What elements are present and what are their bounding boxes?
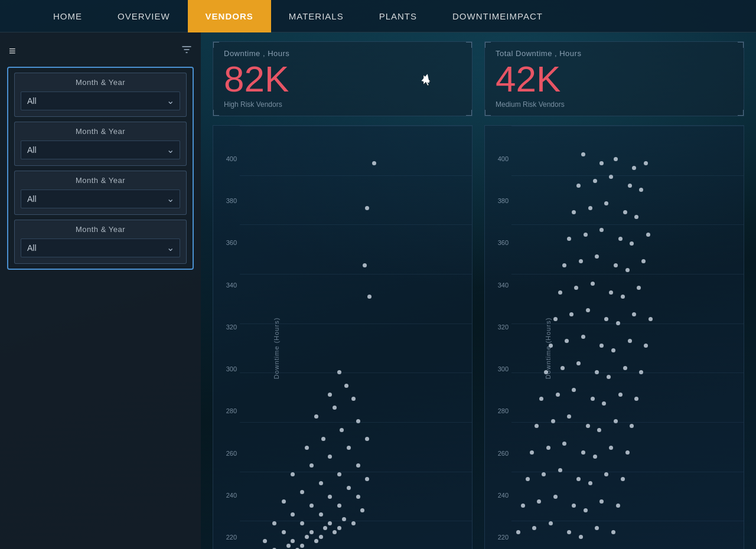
hamburger-icon[interactable]: ≡ (9, 44, 16, 58)
filter-label-1: Month & Year (21, 78, 180, 87)
filter-container: Month & Year All Jan 2023 Feb 2023 Mar 2… (7, 67, 194, 270)
filter-label-2: Month & Year (21, 127, 180, 136)
scatter-dot (599, 161, 604, 165)
scatter-dot (588, 206, 592, 210)
y-tick: 240 (226, 492, 237, 499)
nav-item-materials[interactable]: Materials (271, 0, 361, 32)
scatter-dot (609, 446, 613, 450)
select-wrapper-3: All Jan 2023 Feb 2023 Mar 2023 (21, 189, 180, 208)
y-tick: 260 (498, 450, 509, 457)
scatter-dot (365, 477, 369, 481)
scatter-dot (618, 237, 623, 241)
scatter-dot (337, 526, 341, 530)
nav-item-plants[interactable]: Plants (361, 0, 435, 32)
scatter-dot (333, 406, 337, 410)
y-axis-left: 400380360340320300280260240220 (213, 126, 240, 549)
scatter-dot (593, 455, 597, 459)
scatter-dot (542, 472, 546, 476)
kpi-sublabel-2: Medium Risk Vendors (496, 100, 733, 109)
scatter-dot (562, 442, 566, 446)
scatter-dot (609, 290, 613, 295)
y-axis-label-right: Downtime (Hours) (545, 317, 552, 379)
filter-select-1[interactable]: All Jan 2023 Feb 2023 Mar 2023 (21, 92, 180, 110)
scatter-dot (347, 486, 351, 490)
kpi-row: Downtime , Hours 82K High Risk Vendors T… (201, 32, 756, 125)
scatter-dot (367, 295, 372, 299)
scatter-dot (556, 393, 560, 397)
nav-item-vendors[interactable]: Vendors (188, 0, 271, 32)
scatter-dot (637, 286, 641, 290)
chart-right: 400380360340320300280260240220 Downtime … (484, 125, 744, 549)
corner-tr-2 (738, 42, 744, 48)
filter-select-2[interactable]: All Jan 2023 Feb 2023 Mar 2023 (21, 140, 180, 159)
filter-group-3: Month & Year All Jan 2023 Feb 2023 Mar 2… (14, 171, 187, 215)
scatter-dot (599, 228, 604, 232)
filter-select-3[interactable]: All Jan 2023 Feb 2023 Mar 2023 (21, 189, 180, 208)
kpi-value-2: 42K (496, 61, 733, 97)
corner-br (466, 110, 472, 116)
scatter-dot (632, 166, 636, 170)
y-tick: 400 (226, 155, 237, 162)
scatter-dot (630, 241, 634, 246)
scatter-dot (646, 233, 650, 237)
scatter-dot (611, 348, 615, 352)
scatter-dot (282, 530, 286, 534)
sidebar-panel: ≡ Month & Year All Jan 2023 Feb 2023 Mar… (0, 32, 201, 549)
nav-item-home[interactable]: Home (35, 0, 100, 32)
corner-bl (213, 110, 219, 116)
scatter-dot (569, 312, 573, 316)
grid-line (511, 472, 744, 472)
scatter-dot (616, 504, 620, 508)
scatter-dot (644, 344, 648, 348)
kpi-card-1: Downtime , Hours 82K High Risk Vendors (213, 41, 472, 116)
scatter-dot (291, 472, 295, 476)
grid-line (240, 126, 472, 126)
grid-line (240, 422, 472, 423)
scatter-dot (604, 317, 608, 321)
scatter-dot (337, 504, 341, 508)
kpi-card-2: Total Downtime , Hours 42K Medium Risk V… (484, 41, 744, 116)
scatter-dot (282, 499, 286, 504)
scatter-dot (360, 508, 364, 512)
scatter-dot (286, 544, 291, 548)
scatter-dot (305, 446, 309, 450)
scatter-dot (328, 495, 332, 499)
scatter-dot (579, 259, 583, 263)
kpi-label-1: Downtime , Hours (224, 49, 461, 58)
scatter-dot (263, 539, 267, 543)
scatter-dot (333, 530, 337, 534)
filter-select-4[interactable]: All Jan 2023 Feb 2023 Mar 2023 (21, 238, 180, 257)
scatter-dot (641, 259, 646, 263)
scatter-dot (572, 388, 576, 392)
scatter-dot (328, 393, 332, 397)
y-axis-right: 400380360340320300280260240220 (485, 126, 511, 549)
y-tick: 300 (498, 365, 509, 372)
scatter-dot (309, 463, 314, 468)
scatter-dot (309, 504, 314, 508)
scatter-dot (644, 161, 648, 165)
filter-icon[interactable] (181, 44, 192, 58)
grid-line (240, 224, 472, 225)
scatter-dot (546, 446, 550, 450)
scatter-dot (291, 539, 295, 543)
scatter-dot (549, 521, 553, 525)
scatter-dot (576, 184, 581, 188)
nav-item-downtime[interactable]: DowntimeImpact (435, 0, 561, 32)
scatter-dot (567, 414, 571, 419)
scatter-dot (530, 450, 534, 455)
scatter-dot (599, 499, 604, 504)
scatter-dot (272, 521, 276, 525)
y-tick: 340 (226, 282, 237, 289)
scatter-dot (604, 472, 608, 476)
scatter-dot (347, 446, 351, 450)
scatter-dot (611, 530, 615, 534)
scatter-dot (628, 339, 632, 343)
scatter-dot (567, 530, 571, 534)
nav-item-overview[interactable]: Overview (100, 0, 188, 32)
scatter-dot (593, 179, 597, 183)
filter-group-4: Month & Year All Jan 2023 Feb 2023 Mar 2… (14, 220, 187, 264)
scatter-dot (614, 263, 618, 267)
scatter-dot (323, 526, 327, 530)
scatter-dot (595, 526, 599, 530)
scatter-dot (562, 263, 566, 267)
